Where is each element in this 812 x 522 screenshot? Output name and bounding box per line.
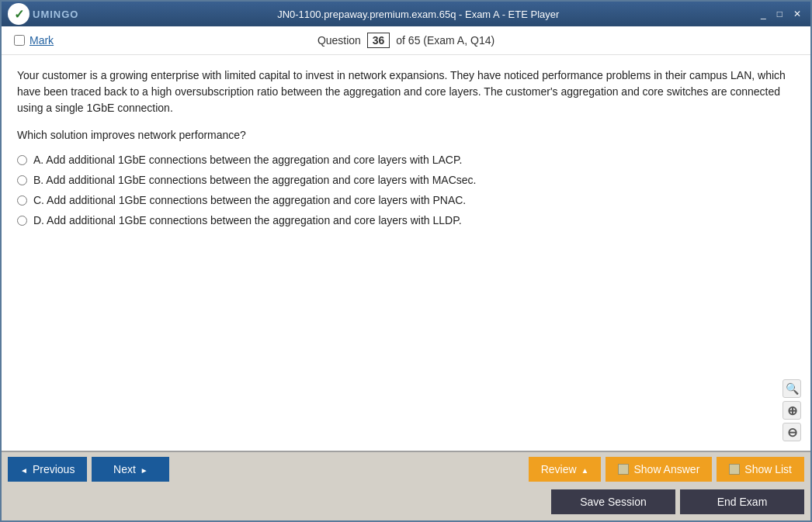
mark-section: Mark (14, 34, 54, 47)
window-controls: _ □ ✕ (758, 9, 804, 19)
option-c-text: C. Add additional 1GbE connections betwe… (33, 194, 466, 206)
question-text: Your customer is a growing enterprise wi… (17, 67, 795, 116)
question-counter: Question 36 of 65 (Exam A, Q14) (318, 33, 494, 48)
option-a-text: A. Add additional 1GbE connections betwe… (33, 154, 462, 166)
mark-label[interactable]: Mark (29, 34, 54, 47)
previous-label: Previous (33, 463, 75, 475)
main-window: ✓ UMINGO JN0-1100.prepaway.premium.exam.… (0, 0, 812, 522)
mark-checkbox[interactable] (14, 35, 25, 46)
question-header: Mark Question 36 of 65 (Exam A, Q14) (2, 26, 810, 55)
zoom-in-button[interactable]: ⊕ (783, 401, 801, 420)
question-number: 36 (367, 33, 390, 48)
end-exam-label: End Exam (717, 496, 768, 508)
review-button[interactable]: Review (529, 457, 602, 482)
previous-button[interactable]: Previous (8, 457, 87, 482)
radio-d[interactable] (17, 216, 27, 226)
zoom-out-icon: ⊖ (787, 425, 797, 440)
show-answer-checkbox-icon (618, 464, 629, 475)
save-session-button[interactable]: Save Session (551, 489, 675, 514)
option-a: A. Add additional 1GbE connections betwe… (17, 154, 795, 166)
logo-text: UMINGO (33, 9, 78, 20)
title-bar: ✓ UMINGO JN0-1100.prepaway.premium.exam.… (2, 2, 810, 26)
next-chevron-icon (141, 463, 148, 475)
question-total: of 65 (Exam A, Q14) (396, 34, 494, 47)
window-title: JN0-1100.prepaway.premium.exam.65q - Exa… (277, 9, 559, 20)
question-prompt: Which solution improves network performa… (17, 129, 795, 141)
zoom-out-button[interactable]: ⊖ (783, 423, 801, 441)
zoom-controls: 🔍 ⊕ ⊖ (783, 379, 801, 441)
review-label: Review (541, 463, 577, 475)
question-label: Question (318, 34, 361, 47)
minimize-button[interactable]: _ (758, 9, 769, 19)
option-b: B. Add additional 1GbE connections betwe… (17, 174, 795, 186)
show-list-checkbox-icon (729, 464, 740, 475)
search-zoom-button[interactable]: 🔍 (783, 379, 801, 398)
show-list-button[interactable]: Show List (717, 457, 804, 482)
radio-a[interactable] (17, 155, 27, 165)
option-b-text: B. Add additional 1GbE connections betwe… (33, 174, 476, 186)
bottom-row2: Save Session End Exam (2, 486, 810, 520)
show-list-label: Show List (744, 463, 792, 475)
review-chevron-icon (581, 463, 589, 475)
show-answer-button[interactable]: Show Answer (606, 457, 712, 482)
next-label: Next (113, 463, 136, 475)
save-session-label: Save Session (580, 496, 647, 508)
end-exam-button[interactable]: End Exam (680, 489, 804, 514)
logo-icon: ✓ (8, 3, 29, 25)
bottom-bar: Previous Next Review Show Answer Show Li… (2, 451, 810, 520)
zoom-in-icon: ⊕ (787, 403, 797, 418)
answer-options: A. Add additional 1GbE connections betwe… (17, 154, 795, 226)
option-d-text: D. Add additional 1GbE connections betwe… (33, 214, 462, 226)
content-area: Mark Question 36 of 65 (Exam A, Q14) You… (2, 26, 810, 451)
logo: ✓ UMINGO (8, 3, 78, 25)
title-bar-left: ✓ UMINGO (8, 3, 78, 25)
show-answer-label: Show Answer (633, 463, 699, 475)
bottom-row1: Previous Next Review Show Answer Show Li… (2, 452, 810, 486)
radio-b[interactable] (17, 175, 27, 185)
logo-checkmark: ✓ (14, 7, 24, 22)
option-c: C. Add additional 1GbE connections betwe… (17, 194, 795, 206)
restore-button[interactable]: □ (774, 9, 786, 19)
radio-c[interactable] (17, 195, 27, 206)
close-button[interactable]: ✕ (790, 9, 804, 19)
question-body: Your customer is a growing enterprise wi… (2, 55, 810, 451)
option-d: D. Add additional 1GbE connections betwe… (17, 214, 795, 226)
next-button[interactable]: Next (92, 457, 169, 482)
search-icon: 🔍 (786, 382, 799, 395)
previous-chevron-icon (20, 463, 28, 475)
